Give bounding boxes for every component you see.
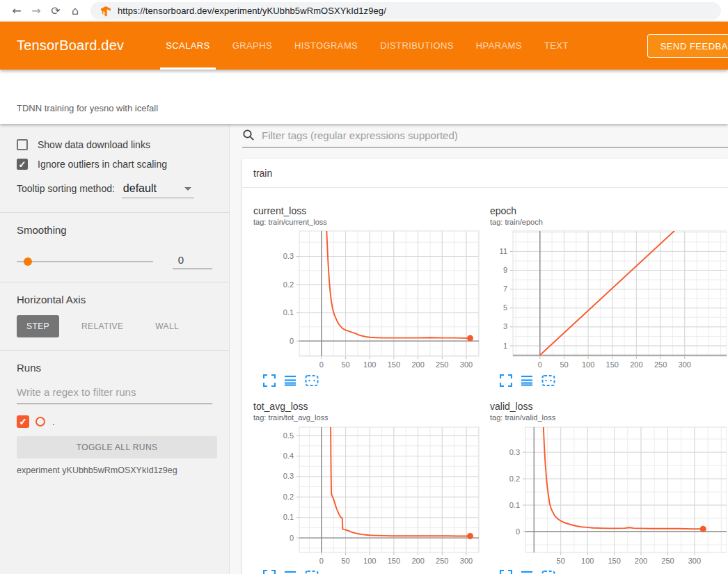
svg-text:0: 0 [319,557,324,564]
svg-text:300: 300 [679,360,691,369]
expand-card-icon[interactable] [263,374,276,387]
svg-text:50: 50 [557,557,565,564]
tab-text[interactable]: TEXT [533,22,580,70]
svg-text:300: 300 [688,557,701,564]
svg-text:0.1: 0.1 [283,308,294,317]
ignore-outliers-checkbox[interactable]: ✓ [17,159,28,170]
send-feedback-button[interactable]: SEND FEEDBACK [647,34,728,58]
train-section-header[interactable]: train [242,159,728,188]
tooltip-sorting-dropdown[interactable]: default [122,182,194,198]
tensorboard-favicon [100,6,111,17]
run-color-circle-icon [35,417,45,426]
svg-text:150: 150 [606,360,619,369]
log-scale-icon[interactable] [284,570,296,574]
chart-tag: tag: train/epoch [490,217,728,227]
ignore-outliers-label: Ignore outliers in chart scaling [38,159,167,170]
chevron-down-icon [184,187,191,191]
experiment-title: TDNN training for yesno with icefall [17,103,728,113]
svg-text:1: 1 [503,342,507,350]
home-icon[interactable]: ⌂ [65,3,85,19]
tooltip-sorting-value: default [123,182,157,195]
axis-step-button[interactable]: STEP [17,315,59,337]
axis-relative-button[interactable]: RELATIVE [72,315,133,337]
tab-graphs[interactable]: GRAPHS [221,22,283,70]
svg-text:0.2: 0.2 [283,493,294,501]
svg-text:0: 0 [516,527,520,536]
tab-distributions[interactable]: DISTRIBUTIONS [369,22,465,70]
chart-title: valid_loss [490,400,728,413]
horizontal-axis-section: Horizontal Axis STEP RELATIVE WALL [0,282,229,350]
expand-card-icon[interactable] [500,374,512,387]
chart-card-valid-loss: valid_loss tag: train/valid_loss 5010015… [482,390,728,574]
settings-sidebar: Show data download links ✓ Ignore outlie… [0,124,230,574]
show-download-links-row[interactable]: Show data download links [0,139,229,150]
svg-text:100: 100 [582,360,594,369]
svg-text:100: 100 [581,557,594,564]
line-chart-valid-loss[interactable]: 5010015020025030000.10.20.3 [482,425,728,564]
svg-text:0.3: 0.3 [283,472,294,480]
run-row[interactable]: ✓ . [17,415,212,428]
dashboard-main: Filter tags (regular expressions support… [230,124,728,574]
svg-text:0: 0 [319,360,324,369]
svg-text:0.2: 0.2 [283,280,294,289]
chart-title: epoch [490,205,728,217]
fit-domain-icon[interactable] [541,374,555,387]
browser-toolbar: ← → ⟳ ⌂ https://tensorboard.dev/experime… [0,0,728,22]
fit-domain-icon[interactable] [305,374,319,387]
log-scale-icon[interactable] [284,374,296,387]
svg-text:0: 0 [290,337,294,345]
horizontal-axis-label: Horizontal Axis [17,294,212,305]
back-icon[interactable]: ← [7,3,26,19]
address-bar[interactable]: https://tensorboard.dev/experiment/yKUbh… [90,2,721,19]
svg-text:3: 3 [503,322,507,330]
line-chart-epoch[interactable]: 0501001502002503001357911 [482,230,728,369]
search-icon [242,129,255,141]
svg-text:250: 250 [436,557,448,564]
runs-section: Runs Write a regex to filter runs ✓ . TO… [0,351,229,488]
svg-text:0.3: 0.3 [509,448,520,456]
fit-domain-icon[interactable] [305,570,319,574]
smoothing-slider[interactable] [17,261,153,262]
show-download-links-checkbox[interactable] [17,139,28,150]
log-scale-icon[interactable] [521,570,533,574]
tab-hparams[interactable]: HPARAMS [465,22,533,70]
svg-text:50: 50 [560,360,568,369]
ignore-outliers-row[interactable]: ✓ Ignore outliers in chart scaling [0,159,229,170]
svg-text:250: 250 [436,360,448,369]
chart-tag: tag: train/valid_loss [490,413,728,422]
toggle-all-runs-button[interactable]: TOGGLE ALL RUNS [17,436,217,459]
charts-grid: current_loss tag: train/current_loss 050… [242,188,728,574]
svg-text:50: 50 [341,557,349,564]
expand-card-icon[interactable] [263,570,276,574]
forward-icon[interactable]: → [26,3,46,19]
train-section-card: train current_loss tag: train/current_lo… [242,159,728,574]
svg-text:100: 100 [363,360,376,369]
tab-scalars[interactable]: SCALARS [155,22,221,70]
filter-tags-placeholder: Filter tags (regular expressions support… [262,129,458,141]
url-text: https://tensorboard.dev/experiment/yKUbh… [118,6,386,16]
line-chart-tot-avg-loss[interactable]: 05010015020025030000.10.20.30.40.5 [245,425,482,564]
runs-label: Runs [17,362,212,374]
svg-text:200: 200 [411,360,424,369]
smoothing-value[interactable]: 0 [173,254,212,269]
chart-card-current-loss: current_loss tag: train/current_loss 050… [245,195,482,387]
svg-text:0.4: 0.4 [283,452,294,460]
axis-wall-button[interactable]: WALL [145,315,189,337]
run-checkbox[interactable]: ✓ [17,415,29,428]
svg-text:200: 200 [411,557,424,564]
log-scale-icon[interactable] [521,374,533,387]
line-chart-current-loss[interactable]: 05010015020025030000.10.20.3 [245,230,482,369]
runs-filter-input[interactable]: Write a regex to filter runs [17,376,212,404]
fit-domain-icon[interactable] [541,570,555,574]
app-header: TensorBoard.dev SCALARS GRAPHS HISTOGRAM… [0,22,728,70]
svg-text:0.3: 0.3 [283,252,294,260]
tab-histograms[interactable]: HISTOGRAMS [283,22,369,70]
svg-text:0.1: 0.1 [509,501,520,509]
filter-tags-input[interactable]: Filter tags (regular expressions support… [242,129,728,148]
smoothing-slider-thumb[interactable] [24,257,32,266]
svg-text:100: 100 [363,557,376,564]
reload-icon[interactable]: ⟳ [46,3,65,19]
expand-card-icon[interactable] [500,570,512,574]
tensorboard-logo: TensorBoard.dev [17,38,124,54]
smoothing-label: Smoothing [17,224,212,236]
